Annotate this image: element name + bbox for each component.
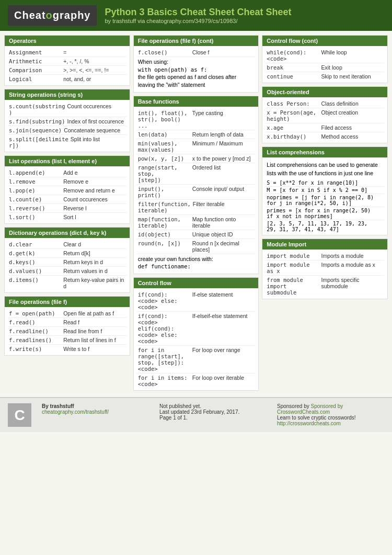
bf-round-val: Round n [x decimal places] xyxy=(192,240,254,253)
table-row: l.count(e) Count occurences xyxy=(8,195,126,204)
table-row: map(function,iterable) Map function onto… xyxy=(137,215,256,230)
section-oop-heading: Object-oriented xyxy=(262,87,387,97)
table-row: while(cond):<code> While loop xyxy=(266,48,384,63)
mi-import-as-key: import module as x xyxy=(267,262,319,274)
table-row: l.pop(e) Remove and return e xyxy=(8,186,126,195)
footer-sponsor-url[interactable]: http://crosswordcheats.com xyxy=(277,421,341,426)
table-row: Assignment = xyxy=(8,48,126,57)
section-base-functions-body: int(), float(),str(), bool() ... Type ca… xyxy=(134,107,259,274)
section-list-ops: List operations (list l, element e) l.ap… xyxy=(4,155,130,224)
table-row: f = open(path) Open file at path as f xyxy=(8,309,126,318)
oop-field-key: x.age xyxy=(267,124,319,131)
column-3: Control flow (cont) while(cond):<code> W… xyxy=(262,35,388,391)
section-file-ops-cont-body: f.close() Close f When using: with open(… xyxy=(134,46,259,92)
list-comp-s: S = [x**2 for x in range(10)] xyxy=(266,179,384,187)
cfc-continue-val: Skip to next iteration xyxy=(321,73,383,80)
section-string-ops-body: s.count(substring) Count occurences s.fi… xyxy=(5,100,130,152)
table-row: l.sort() Sort l xyxy=(8,213,126,221)
bf-map-val: Map function onto iterable xyxy=(192,216,254,229)
section-dict-ops: Dictionary operations (dict d, key k) d.… xyxy=(4,227,130,293)
str-join-val: Concatenate sequence xyxy=(64,127,125,133)
table-row: Comparison >, >=, <, <=, ==, != xyxy=(8,66,126,75)
section-control-flow-body: if(cond): <code> else:<code> If-else sta… xyxy=(134,288,259,390)
cfc-break-key: break xyxy=(267,64,319,71)
bf-id-key: id(object) xyxy=(138,231,190,237)
table-row: f.close() Close f xyxy=(137,48,256,57)
op-logical-key: Logical xyxy=(9,76,61,82)
bf-filter-key: filter(function,iterable) xyxy=(138,201,191,213)
str-join-key: s.join(sequence) xyxy=(9,127,62,133)
bf-range-val: Ordered list xyxy=(192,164,254,183)
file-readline-key: f.readline() xyxy=(9,328,61,334)
list-comp-intro: List comprehensions can be used to gener… xyxy=(266,160,384,179)
table-row: d.clear Clear d xyxy=(8,240,126,249)
table-row: d.keys() Return keys in d xyxy=(8,258,126,267)
section-module-import-heading: Module Import xyxy=(262,239,387,250)
dict-keys-key: d.keys() xyxy=(9,259,61,265)
table-row: l.reverse() Reverse l xyxy=(8,204,126,213)
oop-method-val: Method access xyxy=(321,133,383,140)
file-close-val: Close f xyxy=(192,49,254,55)
bf-pow-val: x to the power y [mod z] xyxy=(192,155,254,162)
section-file-ops-cont-heading: File operations (file f) (cont) xyxy=(134,36,259,46)
list-comp-m: M = [x for x in S if x % 2 == 0] xyxy=(266,187,384,194)
op-assignment-key: Assignment xyxy=(9,49,61,55)
footer-author-link[interactable]: cheatography.com/trashstuff/ xyxy=(42,409,109,415)
bf-typecast-val: Type casting xyxy=(192,110,254,129)
table-row: s.count(substring) Count occurences xyxy=(8,102,126,117)
cfc-break-val: Exit loop xyxy=(321,64,383,71)
file-read-key: f.read() xyxy=(9,319,61,325)
file-read-val: Read f xyxy=(63,319,125,325)
section-operators-body: Assignment = Arithmetic +, -, *, /, % Co… xyxy=(5,46,130,85)
bf-extra: create your own functions with: def func… xyxy=(137,254,256,271)
dict-keys-val: Return keys in d xyxy=(63,259,125,265)
footer-author-label: By trashstuff xyxy=(42,403,149,409)
file-close-key: f.close() xyxy=(138,49,190,55)
footer-sponsor-link[interactable]: Sponsored by CrosswordCheats.com xyxy=(277,403,343,415)
list-comp-noprimes: noprimes = [j for i in range(2, 8)for j … xyxy=(266,194,384,207)
section-base-functions-heading: Base functions xyxy=(134,96,259,107)
section-oop: Object-oriented class Person: Class defi… xyxy=(262,86,388,143)
footer-sponsor-sub: Learn to solve cryptic crosswords! xyxy=(277,415,384,421)
cfc-while-val: While loop xyxy=(321,49,383,62)
footer-published: Not published yet. xyxy=(159,403,267,409)
op-logical-val: not, and, or xyxy=(63,76,125,82)
cfc-continue-key: continue xyxy=(267,73,319,80)
table-row: from module importsubmodule Imports spec… xyxy=(266,276,384,297)
cf-for-range-key: for i in range([start],stop, [step]): <c… xyxy=(138,347,190,372)
dict-values-key: d.values() xyxy=(9,268,61,274)
section-control-flow-heading: Control flow xyxy=(134,278,259,288)
table-row: import module Imports a module xyxy=(266,252,384,260)
table-row: f.read() Read f xyxy=(8,318,126,327)
oop-field-val: Filed access xyxy=(321,124,383,131)
table-row: f.readline() Read line from f xyxy=(8,327,126,336)
table-row: min(values),max(values) Minimum / Maximu… xyxy=(137,139,256,154)
str-find-val: Index of first occurence xyxy=(67,118,125,124)
table-row: id(object) Unique object ID xyxy=(137,230,256,239)
table-row: if(cond): <code> else:<code> If-else sta… xyxy=(137,290,256,312)
list-comp-primes: primes = [x for x in range(2, 50)if x no… xyxy=(266,207,384,220)
bf-id-val: Unique object ID xyxy=(192,231,254,237)
dict-get-key: d.get(k) xyxy=(9,250,61,256)
table-row: x.birthday() Method access xyxy=(266,132,384,141)
bf-input-val: Console input/ output xyxy=(192,186,254,198)
list-sort-key: l.sort() xyxy=(9,214,61,220)
bf-round-key: round(n, [x]) xyxy=(138,240,190,253)
cf-for-items-val: For loop over iterable xyxy=(192,375,254,387)
bf-len-key: len(data) xyxy=(138,131,190,138)
oop-method-key: x.birthday() xyxy=(267,133,319,140)
section-string-ops-heading: String operations (string s) xyxy=(5,89,130,100)
section-control-flow: Control flow if(cond): <code> else:<code… xyxy=(133,277,259,391)
list-pop-key: l.pop(e) xyxy=(9,187,61,194)
table-row: for i in items: <code> For loop over ite… xyxy=(137,373,256,388)
logo: Cheatography xyxy=(8,5,97,26)
file-open-key: f = open(path) xyxy=(9,310,61,316)
bf-filter-val: Filter iterable xyxy=(193,201,255,213)
table-row: break Exit loop xyxy=(266,63,384,72)
section-string-ops: String operations (string s) s.count(sub… xyxy=(4,89,130,152)
section-dict-ops-body: d.clear Clear d d.get(k) Return d[k] d.k… xyxy=(5,238,130,292)
table-row: pow(x, y, [z]) x to the power y [mod z] xyxy=(137,154,256,163)
table-row: continue Skip to next iteration xyxy=(266,72,384,81)
column-2: File operations (file f) (cont) f.close(… xyxy=(133,35,259,391)
list-remove-val: Remove e xyxy=(63,178,125,185)
